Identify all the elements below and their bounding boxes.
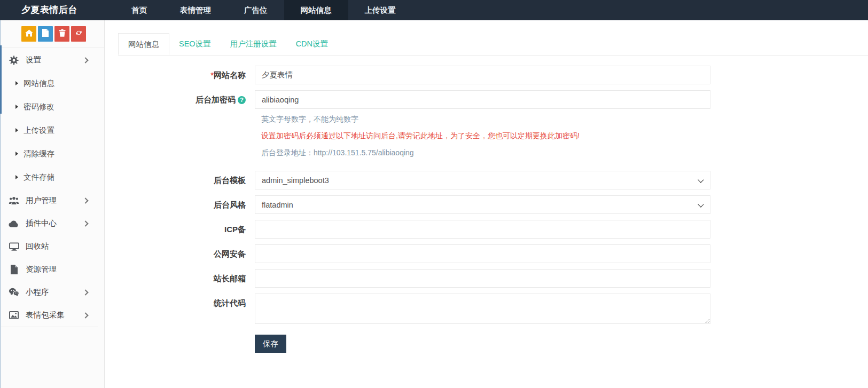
sidebar-item-user-manage[interactable]: 用户管理 bbox=[0, 189, 98, 212]
public-security-label: 公网安备 bbox=[118, 244, 246, 263]
home-shortcut-button[interactable] bbox=[21, 26, 36, 42]
password-hint-text: 英文字母数字，不能为纯数字 bbox=[261, 115, 868, 124]
analytics-code-label: 统计代码 bbox=[118, 294, 246, 326]
sidebar-subitem-site-info[interactable]: 网站信息 bbox=[0, 72, 98, 95]
icp-input[interactable] bbox=[255, 220, 710, 239]
site-info-form: *网站名称 后台加密码? 英文字母数字，不能为纯数字 设置加密码后必须通过以下地… bbox=[105, 56, 868, 353]
image-icon bbox=[8, 311, 20, 319]
monitor-icon bbox=[8, 242, 20, 251]
admin-style-label: 后台风格 bbox=[118, 195, 246, 214]
chevron-right-icon bbox=[82, 220, 88, 226]
sidebar-item-settings[interactable]: 设置 bbox=[0, 49, 98, 72]
caret-right-icon bbox=[15, 152, 18, 156]
tab-seo-settings[interactable]: SEO设置 bbox=[169, 33, 221, 55]
users-icon bbox=[8, 196, 20, 205]
admin-password-label: 后台加密码? bbox=[118, 90, 246, 109]
home-icon bbox=[25, 29, 33, 39]
caret-right-icon bbox=[15, 128, 18, 132]
sidebar-subitem-file-storage[interactable]: 文件存储 bbox=[0, 165, 98, 189]
sidebar-subitem-label: 文件存储 bbox=[24, 172, 54, 183]
chevron-right-icon bbox=[82, 312, 88, 318]
admin-email-input[interactable] bbox=[255, 269, 710, 288]
quick-actions bbox=[0, 20, 104, 47]
analytics-code-textarea[interactable] bbox=[255, 294, 710, 324]
password-warning-text: 设置加密码后必须通过以下地址访问后台,请劳记此地址，为了安全，您也可以定期更换此… bbox=[261, 131, 868, 141]
nav-item-home[interactable]: 首页 bbox=[115, 0, 163, 20]
save-button[interactable]: 保存 bbox=[255, 335, 286, 353]
app-title: 夕夏表情后台 bbox=[0, 0, 104, 20]
admin-email-label: 站长邮箱 bbox=[118, 269, 246, 288]
chevron-right-icon bbox=[82, 57, 88, 63]
sidebar-item-label: 资源管理 bbox=[26, 264, 57, 274]
top-nav: 首页 表情管理 广告位 网站信息 上传设置 bbox=[115, 0, 412, 20]
trash-shortcut-button[interactable] bbox=[54, 26, 69, 42]
site-name-input[interactable] bbox=[255, 66, 710, 84]
sidebar-menu: 设置 网站信息 密码修改 上传设置 清除缓存 文件存储 bbox=[0, 47, 98, 327]
caret-right-icon bbox=[15, 81, 18, 85]
nav-item-emoticon-manage[interactable]: 表情管理 bbox=[163, 0, 228, 20]
chevron-down-icon bbox=[698, 177, 703, 183]
sidebar-subitem-label: 网站信息 bbox=[24, 78, 54, 89]
sidebar-item-plugin-center[interactable]: 插件中心 bbox=[0, 212, 98, 235]
sidebar-subitem-label: 密码修改 bbox=[24, 102, 54, 112]
sidebar-item-label: 表情包采集 bbox=[26, 310, 65, 320]
admin-style-select[interactable]: flatadmin bbox=[255, 195, 710, 214]
admin-style-selected-value: flatadmin bbox=[262, 201, 293, 209]
sidebar-item-label: 用户管理 bbox=[26, 195, 57, 205]
sidebar-subitem-upload-settings[interactable]: 上传设置 bbox=[0, 118, 98, 142]
gear-icon bbox=[8, 56, 20, 65]
icp-label: ICP备 bbox=[118, 220, 246, 239]
tab-user-register-settings[interactable]: 用户注册设置 bbox=[221, 33, 286, 55]
help-question-icon[interactable]: ? bbox=[238, 96, 246, 104]
sidebar-subitem-label: 上传设置 bbox=[24, 125, 54, 136]
site-name-label: *网站名称 bbox=[118, 66, 246, 84]
recycle-shortcut-button[interactable] bbox=[71, 26, 86, 42]
sidebar-active-indicator bbox=[0, 45, 2, 114]
admin-login-url-text: 后台登录地址：http://103.151.5.75/alibiaoqing bbox=[261, 148, 868, 158]
nav-item-ad-slots[interactable]: 广告位 bbox=[228, 0, 284, 20]
admin-template-selected-value: admin_simpleboot3 bbox=[262, 176, 329, 185]
chevron-down-icon bbox=[698, 201, 703, 207]
sidebar-item-label: 小程序 bbox=[26, 287, 49, 297]
sidebar-item-label: 插件中心 bbox=[26, 218, 57, 228]
chevron-right-icon bbox=[82, 289, 88, 295]
sidebar-subitem-change-password[interactable]: 密码修改 bbox=[0, 95, 98, 118]
tab-cdn-settings[interactable]: CDN设置 bbox=[286, 33, 338, 55]
recycle-icon bbox=[75, 29, 83, 39]
admin-password-input[interactable] bbox=[255, 90, 710, 109]
document-icon bbox=[8, 265, 20, 274]
sidebar-item-recycle-bin[interactable]: 回收站 bbox=[0, 235, 98, 258]
chevron-right-icon bbox=[82, 197, 88, 203]
tab-site-info[interactable]: 网站信息 bbox=[118, 33, 169, 55]
sidebar-subitem-label: 清除缓存 bbox=[24, 149, 54, 159]
tab-bar: 网站信息 SEO设置 用户注册设置 CDN设置 bbox=[118, 33, 868, 56]
trash-icon bbox=[59, 29, 66, 39]
sidebar-subitem-clear-cache[interactable]: 清除缓存 bbox=[0, 142, 98, 165]
public-security-input[interactable] bbox=[255, 244, 710, 263]
file-icon bbox=[42, 29, 49, 39]
nav-item-upload-settings[interactable]: 上传设置 bbox=[348, 0, 412, 20]
sidebar-item-mini-program[interactable]: 小程序 bbox=[0, 281, 98, 304]
admin-template-select[interactable]: admin_simpleboot3 bbox=[255, 171, 710, 189]
sidebar-item-label: 设置 bbox=[26, 55, 41, 65]
main-content: 网站信息 SEO设置 用户注册设置 CDN设置 *网站名称 后台加密码? 英文字… bbox=[105, 20, 868, 388]
mini-program-icon bbox=[8, 288, 20, 297]
sidebar-item-label: 回收站 bbox=[26, 241, 49, 251]
sidebar-item-emoticon-collect[interactable]: 表情包采集 bbox=[0, 304, 98, 327]
admin-template-label: 后台模板 bbox=[118, 171, 246, 189]
caret-right-icon bbox=[15, 105, 18, 109]
sidebar-item-resource-manage[interactable]: 资源管理 bbox=[0, 258, 98, 281]
file-shortcut-button[interactable] bbox=[38, 26, 53, 42]
caret-right-icon bbox=[15, 175, 18, 179]
cloud-icon bbox=[8, 220, 20, 227]
nav-item-site-info[interactable]: 网站信息 bbox=[284, 0, 348, 20]
sidebar: 设置 网站信息 密码修改 上传设置 清除缓存 文件存储 bbox=[0, 20, 105, 388]
admin-password-help: 英文字母数字，不能为纯数字 设置加密码后必须通过以下地址访问后台,请劳记此地址，… bbox=[255, 115, 868, 158]
topbar: 夕夏表情后台 首页 表情管理 广告位 网站信息 上传设置 bbox=[0, 0, 868, 20]
